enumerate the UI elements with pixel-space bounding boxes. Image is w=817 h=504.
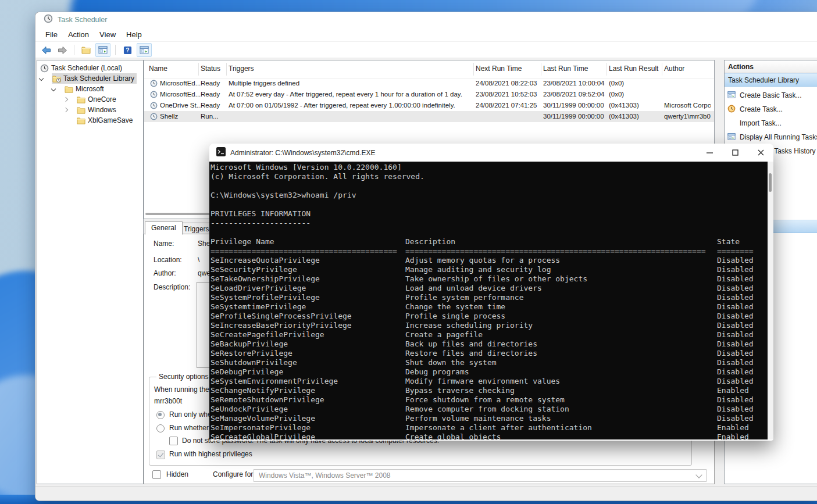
field-label-location: Location: [154,256,182,264]
tree-item-onecore[interactable]: OneCore [37,94,143,105]
action-import-task-[interactable]: Import Task... [725,116,817,130]
tree-item-content: OneCore [76,94,119,105]
tree-item-xblgamesave[interactable]: XblGameSave [37,115,143,126]
folder-icon [77,95,85,104]
close-button[interactable] [748,144,773,161]
action-create-basic-task-[interactable]: Create Basic Task... [725,88,817,102]
hidden-checkbox[interactable] [152,470,161,479]
cmd-body: Microsoft Windows [Version 10.0.22000.16… [209,162,773,439]
column-header-next-run-time[interactable]: Next Run Time [476,65,522,73]
column-header-last-run-time[interactable]: Last Run Time [543,65,588,73]
menu-help[interactable]: Help [121,28,147,41]
folder-icon[interactable] [79,44,93,56]
action-create-task-[interactable]: Create Task... [725,102,817,116]
terminal-line: ---------------------- [209,219,768,228]
chevron-collapsed-icon[interactable] [63,108,68,112]
cell-triggers: At 07:52 every day - After triggered, re… [229,91,473,98]
column-header-last-run-result[interactable]: Last Run Result [609,65,658,73]
configure-for-dropdown[interactable]: Windows Vista™, Windows Server™ 2008 [254,469,707,482]
tree-item-task-scheduler-local-[interactable]: Task Scheduler (Local) [37,63,143,73]
toolbar-separator [74,45,74,55]
chevron-down-icon [695,471,702,478]
terminal-text: SeChangeNotifyPrivilege [211,386,315,395]
window-clock-icon [727,133,736,141]
column-header-name[interactable]: Name [149,65,167,73]
terminal-text: Disabled [717,414,754,423]
tree-item-task-scheduler-library[interactable]: Task Scheduler Library [37,73,143,84]
svg-text:?: ? [126,47,129,53]
terminal-text: PRIVILEGES INFORMATION [211,209,311,219]
task-row[interactable]: ShellzRun...30/11/1999 00:00:00(0x41303)… [144,111,714,122]
task-row[interactable]: OneDrive St...ReadyAt 07:00 on 01/05/199… [144,100,714,111]
column-separator[interactable] [473,63,474,76]
terminal-text: Disabled [717,405,754,414]
terminal-text: SeIncreaseBasePriorityPrivilege [211,321,352,330]
terminal-line: SeLoadDriverPrivilegeLoad and unload dev… [209,284,768,293]
forward-icon[interactable] [55,44,69,56]
maximize-button[interactable] [722,144,748,161]
actions-context-header[interactable]: Task Scheduler Library [725,73,817,87]
column-separator[interactable] [606,63,607,76]
terminal-text: Disabled [717,358,754,367]
terminal-line: SeRemoteShutdownPrivilegeForce shutdown … [209,395,768,405]
terminal-text: Take ownership of files or other objects [405,274,587,284]
configure-for-value: Windows Vista™, Windows Server™ 2008 [259,471,391,480]
cell-last_run: 23/08/2021 09:52:04 [543,91,607,98]
terminal-line [209,228,768,237]
cmd-scrollbar-thumb[interactable] [769,173,772,192]
terminal-text: Manage auditing and security log [405,265,551,274]
run-whether-radio[interactable] [156,424,165,432]
column-separator[interactable] [198,63,199,76]
terminal-text: Enabled [717,432,749,439]
terminal-output[interactable]: Microsoft Windows [Version 10.0.22000.16… [209,162,768,439]
column-separator[interactable] [541,63,541,76]
titlebar[interactable]: Task Scheduler [35,12,817,27]
tree-item-windows[interactable]: Windows [37,105,143,115]
terminal-text: Debug programs [405,367,469,377]
highest-privileges-checkbox[interactable] [156,451,165,459]
folder-icon [65,85,73,94]
console-tree-icon[interactable] [95,43,110,57]
column-separator[interactable] [662,63,662,76]
minimize-button[interactable] [697,144,722,161]
cmd-title: Administrator: C:\Windows\system32\cmd.E… [230,149,375,157]
help-icon[interactable]: ? [120,44,134,56]
column-header-triggers[interactable]: Triggers [229,65,254,73]
cmd-titlebar[interactable]: Administrator: C:\Windows\system32\cmd.E… [209,144,773,162]
task-row[interactable]: MicrosoftEd...ReadyAt 07:52 every day - … [144,89,714,100]
menu-action[interactable]: Action [63,28,94,41]
terminal-text: SeCreatePagefilePrivilege [211,330,324,339]
clock-orange-icon [727,105,736,113]
column-header-author[interactable]: Author [664,65,684,73]
tab-general[interactable]: General [145,221,183,235]
terminal-line: SeIncreaseQuotaPrivilegeAdjust memory qu… [209,256,768,265]
hidden-label: Hidden [166,470,188,478]
terminal-line: SeSystemProfilePrivilegeProfile system p… [209,293,768,302]
chevron-expanded-icon[interactable] [51,87,56,91]
no-password-checkbox[interactable] [169,437,178,445]
terminal-text: Increase scheduling priority [405,321,533,330]
cmd-window: Administrator: C:\Windows\system32\cmd.E… [209,144,773,441]
terminal-text: Disabled [717,293,754,302]
terminal-line: SeSystemtimePrivilegeChange the system t… [209,302,768,312]
back-icon[interactable] [39,44,53,56]
tree-item-microsoft[interactable]: Microsoft [37,84,143,94]
chevron-expanded-icon[interactable] [39,76,44,81]
terminal-text: Back up files and directories [405,339,537,349]
terminal-text: Disabled [717,377,754,386]
action-display-all-running-tasks[interactable]: Display All Running Tasks [725,130,817,144]
terminal-text: SeBackupPrivilege [211,339,288,349]
column-header-status[interactable]: Status [201,65,220,73]
task-row[interactable]: MicrosoftEd...ReadyMultiple triggers def… [144,78,714,89]
cmd-scrollbar-track[interactable] [768,162,773,439]
chevron-collapsed-icon[interactable] [63,97,68,102]
column-separator[interactable] [226,63,227,76]
cell-author: Microsoft Corporation [664,102,711,109]
cell-next_run: 24/08/2021 07:41:25 [476,102,541,109]
action-pane-icon[interactable] [137,43,152,57]
terminal-text: SeShutdownPrivilege [211,358,297,367]
menu-file[interactable]: File [40,28,63,41]
run-only-logged-on-radio[interactable] [156,411,165,419]
menu-view[interactable]: View [94,28,121,41]
terminal-line: SeBackupPrivilegeBack up files and direc… [209,339,768,349]
